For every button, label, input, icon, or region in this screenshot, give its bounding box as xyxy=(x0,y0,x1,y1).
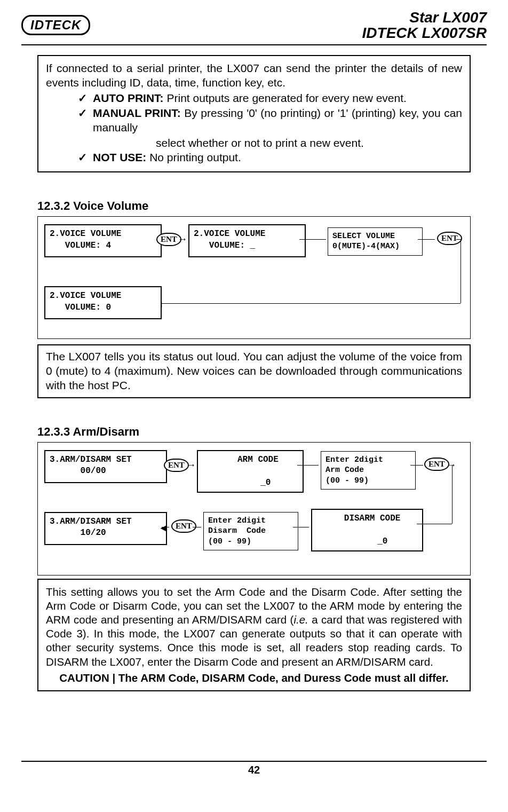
arm-caution: CAUTION | The ARM Code, DISARM Code, and… xyxy=(46,671,462,685)
lcd-disarm-code: DISARM CODE _0 xyxy=(311,509,423,552)
notuse-label: NOT USE: xyxy=(93,151,146,163)
connector-line xyxy=(417,524,452,524)
disarm-hint: Enter 2digit Disarm Code (00 - 99) xyxy=(203,512,298,551)
lcd-voice-3: 2.VOICE VOLUME VOLUME: 0 xyxy=(44,286,162,319)
manualprint-cont: select whether or not to print a new eve… xyxy=(78,136,462,151)
connector-line xyxy=(162,527,169,527)
brand-star: Star xyxy=(409,9,438,26)
arm-box: This setting allows you to set the Arm C… xyxy=(37,579,471,692)
connector-line xyxy=(418,239,435,240)
connector-line xyxy=(452,465,453,524)
ent-key: ENT xyxy=(171,519,196,533)
manualprint-label: MANUAL PRINT: xyxy=(93,107,181,119)
check-icon: ✓ xyxy=(78,151,93,165)
connector-line xyxy=(293,527,309,527)
connector-line xyxy=(157,303,461,304)
connector-line xyxy=(456,239,461,240)
lcd-arm-2: 3.ARM/DISARM SET 10/20 xyxy=(44,512,167,545)
page-footer: 42 xyxy=(21,761,487,776)
page-header: IDTECK Star LX007 IDTECK LX007SR xyxy=(21,10,487,45)
arrow-right-icon: → xyxy=(177,234,188,245)
arm-hint: Enter 2digit Arm Code (00 - 99) xyxy=(321,451,416,490)
brand-idteck: IDTECK xyxy=(362,25,418,41)
connector-line xyxy=(193,527,201,527)
printer-intro: If connected to a serial printer, the LX… xyxy=(46,61,462,90)
voice-box: The LX007 tells you its status out loud.… xyxy=(37,344,471,398)
arrow-left-icon: ◄ xyxy=(157,523,169,534)
check-icon: ✓ xyxy=(78,91,93,106)
connector-line xyxy=(297,465,319,466)
model-lx007: LX007 xyxy=(439,9,487,26)
arm-desc-ie: i.e. xyxy=(293,613,308,626)
lcd-arm-1: 3.ARM/DISARM SET 00/00 xyxy=(44,450,167,483)
arrow-right-icon: → xyxy=(185,460,197,471)
connector-line xyxy=(410,465,423,466)
model-lx007sr: LX007SR xyxy=(418,25,487,41)
section-title-arm: 12.3.3 Arm/Disarm xyxy=(37,425,471,439)
page-number: 42 xyxy=(248,764,260,776)
check-icon: ✓ xyxy=(78,106,93,135)
voice-diagram: 2.VOICE VOLUME VOLUME: 4 ENT → 2.VOICE V… xyxy=(37,216,471,339)
autoprint-desc: Print outputs are generated for every ne… xyxy=(164,92,407,104)
logo-right: Star LX007 IDTECK LX007SR xyxy=(362,10,487,41)
arm-diagram: 3.ARM/DISARM SET 00/00 ENT → ARM CODE _0… xyxy=(37,442,471,576)
connector-line xyxy=(461,239,461,303)
lcd-voice-2: 2.VOICE VOLUME VOLUME: _ xyxy=(188,224,306,257)
logo-left: IDTECK xyxy=(21,15,90,35)
section-title-voice: 12.3.2 Voice Volume xyxy=(37,199,471,213)
ent-key: ENT xyxy=(437,232,462,245)
notuse-desc: No printing output. xyxy=(146,151,241,163)
lcd-voice-1: 2.VOICE VOLUME VOLUME: 4 xyxy=(44,224,162,257)
lcd-arm-code: ARM CODE _0 xyxy=(197,450,304,493)
printer-box: If connected to a serial printer, the LX… xyxy=(37,55,471,172)
voice-hint: SELECT VOLUME 0(MUTE)-4(MAX) xyxy=(328,227,423,256)
autoprint-label: AUTO PRINT: xyxy=(93,92,164,104)
arrow-right-icon: → xyxy=(446,460,457,471)
connector-line xyxy=(299,239,326,240)
